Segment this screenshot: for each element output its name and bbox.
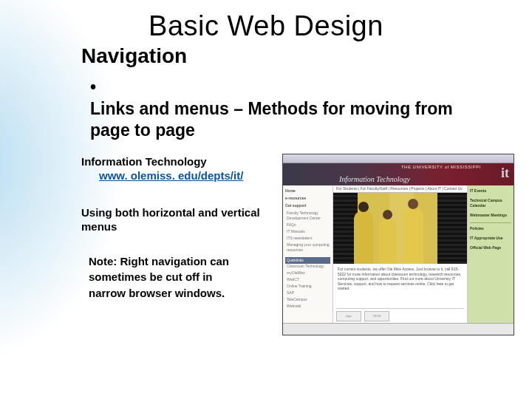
browser-status-bar <box>283 323 514 335</box>
slide-title: Basic Web Design <box>0 10 532 42</box>
note-text: Note: Right navigation can sometimes be … <box>81 253 236 301</box>
university-name: THE UNIVERSITY of MISSISSIPPI <box>401 165 481 169</box>
body-text: For current students, we offer Ole Miss … <box>333 264 467 294</box>
quicklink[interactable]: WebCT <box>285 277 330 282</box>
footer-logo: logo <box>336 311 361 321</box>
center-content: For Students | For Faculty/Staff | Resou… <box>333 185 468 323</box>
quicklink[interactable]: TeleCampus <box>285 297 330 302</box>
nav-sub-item[interactable]: FAQs <box>285 222 330 228</box>
left-nav: Home e-resources Get support Faculty Tec… <box>283 185 333 323</box>
right-nav: IT Events Technical Campus Calendar Webm… <box>468 185 514 323</box>
info-label: Information Technology <box>81 155 273 169</box>
right-nav-item[interactable]: Technical Campus Calendar <box>470 198 511 208</box>
dept-title: Information Technology <box>339 175 410 183</box>
right-nav-item[interactable]: Policies <box>470 226 511 231</box>
it-logo: it <box>501 166 509 180</box>
nav-sub-item[interactable]: IT Manuals <box>285 229 330 234</box>
person-figure <box>379 218 397 264</box>
right-nav-item[interactable]: IT Appropriate Use <box>470 236 511 241</box>
right-nav-item[interactable]: Official Web Page <box>470 245 511 250</box>
quicklink[interactable]: Webmail <box>285 304 330 309</box>
right-nav-item[interactable]: IT Events <box>470 188 511 194</box>
server-rack-right <box>437 193 467 264</box>
quicklink[interactable]: myOleMiss <box>285 270 330 276</box>
nav-sub-item[interactable]: Managing your computing resources <box>285 242 330 253</box>
nav-item[interactable]: Get support <box>285 203 330 208</box>
nav-sub-item[interactable]: Faculty Technology Development Center <box>285 211 330 221</box>
person-figure <box>403 208 423 264</box>
slide-subtitle: Navigation <box>81 44 187 68</box>
right-nav-item[interactable]: Webmaster Meetings <box>470 213 511 218</box>
top-tabs[interactable]: For Students | For Faculty/Staff | Resou… <box>333 185 467 193</box>
site-body: Home e-resources Get support Faculty Tec… <box>283 185 514 323</box>
quicklinks-header: Quicklinks <box>285 257 330 264</box>
bullet-text: Links and menus – Methods for moving fro… <box>90 98 489 141</box>
nav-item[interactable]: e-resources <box>285 196 330 201</box>
hero-photo <box>333 193 467 264</box>
quicklink[interactable]: Classroom Technology <box>285 264 330 269</box>
website-screenshot: THE UNIVERSITY of MISSISSIPPI Informatio… <box>282 154 514 335</box>
quicklink[interactable]: SAP <box>285 290 330 296</box>
bullet-marker: • <box>90 77 96 98</box>
quicklink[interactable]: Online Training <box>285 284 330 289</box>
nav-sub-item[interactable]: ITS newsletters <box>285 236 330 241</box>
browser-chrome <box>283 154 514 163</box>
site-banner: THE UNIVERSITY of MISSISSIPPI Informatio… <box>283 163 514 185</box>
person-figure <box>354 211 373 264</box>
nav-item[interactable]: Home <box>285 188 330 194</box>
divider <box>470 222 511 223</box>
site-footer: logo TECH <box>336 308 464 321</box>
bullet-item: • Links and menus – Methods for moving f… <box>90 77 502 140</box>
using-text: Using both horizontal and vertical menus <box>81 205 273 234</box>
info-link[interactable]: www. olemiss. edu/depts/it/ <box>99 169 243 183</box>
footer-logo: TECH <box>364 311 389 321</box>
left-column: Information Technology www. olemiss. edu… <box>81 155 273 301</box>
slide: Basic Web Design Navigation • Links and … <box>0 0 532 399</box>
info-block: Information Technology www. olemiss. edu… <box>81 155 273 183</box>
